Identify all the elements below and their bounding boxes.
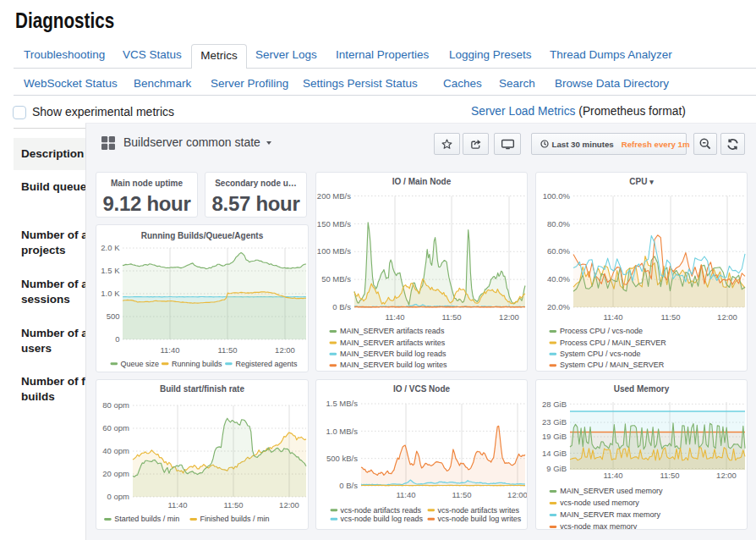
svg-text:1.5 MB/s: 1.5 MB/s <box>326 399 359 408</box>
svg-text:60 opm: 60 opm <box>102 423 129 433</box>
svg-text:0 B/s: 0 B/s <box>339 481 358 490</box>
svg-text:50 MB/s: 50 MB/s <box>321 274 351 284</box>
svg-text:Queue size: Queue size <box>121 360 160 368</box>
svg-text:MAIN_SERVER max memory: MAIN_SERVER max memory <box>560 510 660 519</box>
svg-text:0 B/s: 0 B/s <box>332 302 351 311</box>
svg-text:2.0 K: 2.0 K <box>101 243 120 252</box>
svg-text:11:50: 11:50 <box>452 490 471 499</box>
svg-text:20 opm: 20 opm <box>102 469 129 478</box>
svg-text:100 MB/s: 100 MB/s <box>317 246 351 256</box>
svg-text:0: 0 <box>115 334 119 344</box>
svg-text:MAIN_SERVER build log reads: MAIN_SERVER build log reads <box>340 350 446 358</box>
svg-text:vcs-node max memory: vcs-node max memory <box>560 522 638 529</box>
svg-text:Running builds: Running builds <box>172 360 222 368</box>
svg-text:12:00: 12:00 <box>507 490 527 499</box>
svg-text:11:40: 11:40 <box>603 312 622 322</box>
svg-text:11:50: 11:50 <box>217 345 237 355</box>
svg-text:Process CPU / vcs-node: Process CPU / vcs-node <box>560 327 643 335</box>
svg-text:12:00: 12:00 <box>716 471 737 480</box>
svg-text:500: 500 <box>107 311 120 321</box>
svg-text:500 kB/s: 500 kB/s <box>326 454 358 463</box>
svg-text:150 MB/s: 150 MB/s <box>317 219 351 229</box>
svg-text:11:50: 11:50 <box>660 471 679 480</box>
svg-text:100.0%: 100.0% <box>543 191 571 201</box>
svg-text:1.5 K: 1.5 K <box>101 266 120 275</box>
svg-text:vcs-node artifacts reads: vcs-node artifacts reads <box>340 506 421 515</box>
svg-text:Registered agents: Registered agents <box>235 360 298 368</box>
svg-text:19 GiB: 19 GiB <box>542 432 567 441</box>
svg-text:40 opm: 40 opm <box>102 446 129 455</box>
svg-text:vcs-node build log writes: vcs-node build log writes <box>438 515 522 523</box>
svg-text:11:40: 11:40 <box>167 500 187 510</box>
svg-text:11:50: 11:50 <box>660 312 680 322</box>
svg-text:20.0%: 20.0% <box>547 302 570 311</box>
svg-text:MAIN_SERVER artifacts writes: MAIN_SERVER artifacts writes <box>340 339 446 347</box>
svg-text:MAIN_SERVER artifacts reads: MAIN_SERVER artifacts reads <box>340 327 445 335</box>
svg-text:Process CPU / MAIN_SERVER: Process CPU / MAIN_SERVER <box>560 339 666 347</box>
svg-text:MAIN_SERVER build log writes: MAIN_SERVER build log writes <box>340 361 447 369</box>
svg-text:12:00: 12:00 <box>499 312 519 322</box>
svg-text:60.0%: 60.0% <box>547 246 570 256</box>
svg-text:11:40: 11:40 <box>603 471 622 480</box>
svg-text:Finished builds / min: Finished builds / min <box>200 515 270 523</box>
svg-text:1.0 K: 1.0 K <box>101 289 120 298</box>
svg-text:23 GiB: 23 GiB <box>542 417 567 427</box>
svg-text:40.0%: 40.0% <box>547 274 570 284</box>
svg-text:200 MB/s: 200 MB/s <box>317 191 351 201</box>
svg-text:12:00: 12:00 <box>717 312 737 322</box>
svg-text:14 GiB: 14 GiB <box>542 449 567 458</box>
svg-text:80 opm: 80 opm <box>102 400 129 410</box>
svg-text:11:40: 11:40 <box>160 345 179 355</box>
svg-text:11:50: 11:50 <box>441 312 461 322</box>
svg-text:12:00: 12:00 <box>275 345 295 355</box>
svg-text:11:40: 11:40 <box>396 490 415 499</box>
svg-text:1.0 MB/s: 1.0 MB/s <box>326 427 359 436</box>
svg-text:vcs-node used memory: vcs-node used memory <box>560 499 639 507</box>
svg-text:Started builds / min: Started builds / min <box>114 515 179 523</box>
svg-text:12:00: 12:00 <box>279 500 299 510</box>
svg-text:28 GiB: 28 GiB <box>542 399 567 409</box>
svg-text:0 opm: 0 opm <box>107 492 129 501</box>
svg-text:System CPU / MAIN_SERVER: System CPU / MAIN_SERVER <box>560 361 665 369</box>
svg-text:System CPU / vcs-node: System CPU / vcs-node <box>560 350 641 358</box>
svg-text:11:40: 11:40 <box>385 312 404 322</box>
svg-text:vcs-node build log reads: vcs-node build log reads <box>340 515 423 523</box>
svg-text:11:50: 11:50 <box>223 500 243 510</box>
svg-text:MAIN_SERVER used memory: MAIN_SERVER used memory <box>560 487 663 495</box>
svg-text:80.0%: 80.0% <box>547 219 570 229</box>
svg-text:9 GiB: 9 GiB <box>546 464 567 473</box>
svg-text:vcs-node artifacts writes: vcs-node artifacts writes <box>438 506 520 515</box>
